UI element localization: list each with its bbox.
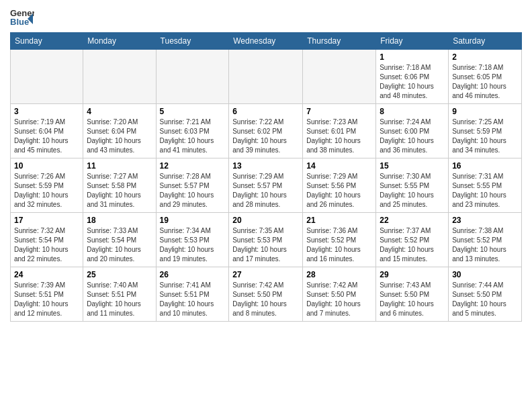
calendar-cell: 1Sunrise: 7:18 AMSunset: 6:06 PMDaylight…: [376, 50, 449, 104]
header: General Blue: [10, 7, 522, 27]
day-number: 19: [160, 216, 226, 225]
calendar-cell: 21Sunrise: 7:36 AMSunset: 5:52 PMDayligh…: [303, 213, 376, 267]
day-number: 13: [232, 161, 299, 171]
day-number: 22: [380, 216, 445, 225]
day-number: 20: [232, 216, 299, 225]
day-info: Sunrise: 7:30 AMSunset: 5:55 PMDaylight:…: [380, 172, 445, 210]
weekday-header-monday: Monday: [83, 33, 156, 50]
day-number: 15: [380, 161, 445, 171]
weekday-header-friday: Friday: [376, 33, 449, 50]
day-info: Sunrise: 7:28 AMSunset: 5:57 PMDaylight:…: [160, 172, 226, 210]
day-info: Sunrise: 7:26 AMSunset: 5:59 PMDaylight:…: [14, 172, 79, 210]
day-number: 4: [87, 107, 152, 116]
day-number: 7: [306, 107, 372, 116]
day-number: 12: [160, 161, 226, 171]
calendar-cell: 3Sunrise: 7:19 AMSunset: 6:04 PMDaylight…: [11, 104, 83, 158]
day-info: Sunrise: 7:41 AMSunset: 5:51 PMDaylight:…: [160, 281, 226, 318]
day-number: 28: [306, 270, 372, 279]
calendar-cell: [83, 50, 156, 104]
calendar-cell: 14Sunrise: 7:29 AMSunset: 5:56 PMDayligh…: [303, 158, 376, 213]
day-info: Sunrise: 7:27 AMSunset: 5:58 PMDaylight:…: [87, 172, 152, 210]
day-number: 14: [306, 161, 372, 171]
day-number: 16: [452, 161, 518, 171]
calendar-cell: 22Sunrise: 7:37 AMSunset: 5:52 PMDayligh…: [376, 213, 449, 267]
calendar-cell: 28Sunrise: 7:42 AMSunset: 5:50 PMDayligh…: [303, 267, 376, 322]
calendar-cell: 23Sunrise: 7:38 AMSunset: 5:52 PMDayligh…: [449, 213, 522, 267]
day-number: 2: [452, 52, 518, 62]
day-info: Sunrise: 7:39 AMSunset: 5:51 PMDaylight:…: [14, 281, 79, 318]
calendar-cell: 18Sunrise: 7:33 AMSunset: 5:54 PMDayligh…: [83, 213, 156, 267]
weekday-header-row: SundayMondayTuesdayWednesdayThursdayFrid…: [11, 33, 522, 50]
week-row-3: 17Sunrise: 7:32 AMSunset: 5:54 PMDayligh…: [11, 213, 522, 267]
calendar-cell: 26Sunrise: 7:41 AMSunset: 5:51 PMDayligh…: [156, 267, 229, 322]
day-info: Sunrise: 7:21 AMSunset: 6:03 PMDaylight:…: [160, 118, 226, 155]
calendar-cell: 8Sunrise: 7:24 AMSunset: 6:00 PMDaylight…: [376, 104, 449, 158]
calendar-container: General Blue SundayMondayTuesdayWednesda…: [0, 0, 532, 332]
day-info: Sunrise: 7:25 AMSunset: 5:59 PMDaylight:…: [452, 118, 518, 155]
day-number: 30: [452, 270, 518, 279]
calendar-cell: [11, 50, 83, 104]
svg-text:Blue: Blue: [10, 17, 29, 27]
day-number: 23: [452, 216, 518, 225]
calendar-table: SundayMondayTuesdayWednesdayThursdayFrid…: [10, 32, 522, 322]
week-row-2: 10Sunrise: 7:26 AMSunset: 5:59 PMDayligh…: [11, 158, 522, 213]
week-row-0: 1Sunrise: 7:18 AMSunset: 6:06 PMDaylight…: [11, 50, 522, 104]
calendar-cell: 19Sunrise: 7:34 AMSunset: 5:53 PMDayligh…: [156, 213, 229, 267]
day-info: Sunrise: 7:40 AMSunset: 5:51 PMDaylight:…: [87, 281, 152, 318]
week-row-1: 3Sunrise: 7:19 AMSunset: 6:04 PMDaylight…: [11, 104, 522, 158]
day-number: 9: [452, 107, 518, 116]
calendar-cell: 16Sunrise: 7:31 AMSunset: 5:55 PMDayligh…: [449, 158, 522, 213]
day-info: Sunrise: 7:32 AMSunset: 5:54 PMDaylight:…: [14, 226, 79, 264]
day-number: 1: [380, 52, 445, 62]
calendar-cell: 20Sunrise: 7:35 AMSunset: 5:53 PMDayligh…: [229, 213, 303, 267]
weekday-header-tuesday: Tuesday: [156, 33, 229, 50]
day-info: Sunrise: 7:35 AMSunset: 5:53 PMDaylight:…: [232, 226, 299, 264]
day-info: Sunrise: 7:29 AMSunset: 5:56 PMDaylight:…: [306, 172, 372, 210]
calendar-cell: [229, 50, 303, 104]
calendar-cell: 30Sunrise: 7:44 AMSunset: 5:50 PMDayligh…: [449, 267, 522, 322]
weekday-header-wednesday: Wednesday: [229, 33, 303, 50]
day-info: Sunrise: 7:42 AMSunset: 5:50 PMDaylight:…: [232, 281, 299, 318]
day-info: Sunrise: 7:33 AMSunset: 5:54 PMDaylight:…: [87, 226, 152, 264]
day-number: 11: [87, 161, 152, 171]
week-row-4: 24Sunrise: 7:39 AMSunset: 5:51 PMDayligh…: [11, 267, 522, 322]
calendar-cell: 15Sunrise: 7:30 AMSunset: 5:55 PMDayligh…: [376, 158, 449, 213]
weekday-header-saturday: Saturday: [449, 33, 522, 50]
logo-icon: General Blue: [10, 7, 34, 27]
calendar-cell: 24Sunrise: 7:39 AMSunset: 5:51 PMDayligh…: [11, 267, 83, 322]
calendar-cell: 7Sunrise: 7:23 AMSunset: 6:01 PMDaylight…: [303, 104, 376, 158]
calendar-cell: 29Sunrise: 7:43 AMSunset: 5:50 PMDayligh…: [376, 267, 449, 322]
calendar-cell: 11Sunrise: 7:27 AMSunset: 5:58 PMDayligh…: [83, 158, 156, 213]
calendar-cell: 9Sunrise: 7:25 AMSunset: 5:59 PMDaylight…: [449, 104, 522, 158]
calendar-cell: 10Sunrise: 7:26 AMSunset: 5:59 PMDayligh…: [11, 158, 83, 213]
day-number: 8: [380, 107, 445, 116]
calendar-cell: 6Sunrise: 7:22 AMSunset: 6:02 PMDaylight…: [229, 104, 303, 158]
calendar-cell: [156, 50, 229, 104]
day-number: 3: [14, 107, 79, 116]
day-number: 18: [87, 216, 152, 225]
day-info: Sunrise: 7:37 AMSunset: 5:52 PMDaylight:…: [380, 226, 445, 264]
calendar-cell: 25Sunrise: 7:40 AMSunset: 5:51 PMDayligh…: [83, 267, 156, 322]
day-number: 5: [160, 107, 226, 116]
day-number: 24: [14, 270, 79, 279]
day-number: 10: [14, 161, 79, 171]
day-info: Sunrise: 7:29 AMSunset: 5:57 PMDaylight:…: [232, 172, 299, 210]
day-number: 6: [232, 107, 299, 116]
day-info: Sunrise: 7:44 AMSunset: 5:50 PMDaylight:…: [452, 281, 518, 318]
day-number: 21: [306, 216, 372, 225]
day-info: Sunrise: 7:24 AMSunset: 6:00 PMDaylight:…: [380, 118, 445, 155]
day-info: Sunrise: 7:38 AMSunset: 5:52 PMDaylight:…: [452, 226, 518, 264]
day-number: 27: [232, 270, 299, 279]
calendar-cell: 17Sunrise: 7:32 AMSunset: 5:54 PMDayligh…: [11, 213, 83, 267]
day-number: 25: [87, 270, 152, 279]
calendar-cell: 2Sunrise: 7:18 AMSunset: 6:05 PMDaylight…: [449, 50, 522, 104]
day-info: Sunrise: 7:42 AMSunset: 5:50 PMDaylight:…: [306, 281, 372, 318]
day-info: Sunrise: 7:43 AMSunset: 5:50 PMDaylight:…: [380, 281, 445, 318]
day-number: 17: [14, 216, 79, 225]
calendar-cell: 27Sunrise: 7:42 AMSunset: 5:50 PMDayligh…: [229, 267, 303, 322]
day-info: Sunrise: 7:34 AMSunset: 5:53 PMDaylight:…: [160, 226, 226, 264]
day-info: Sunrise: 7:31 AMSunset: 5:55 PMDaylight:…: [452, 172, 518, 210]
logo: General Blue: [10, 7, 34, 27]
calendar-cell: 5Sunrise: 7:21 AMSunset: 6:03 PMDaylight…: [156, 104, 229, 158]
day-info: Sunrise: 7:20 AMSunset: 6:04 PMDaylight:…: [87, 118, 152, 155]
